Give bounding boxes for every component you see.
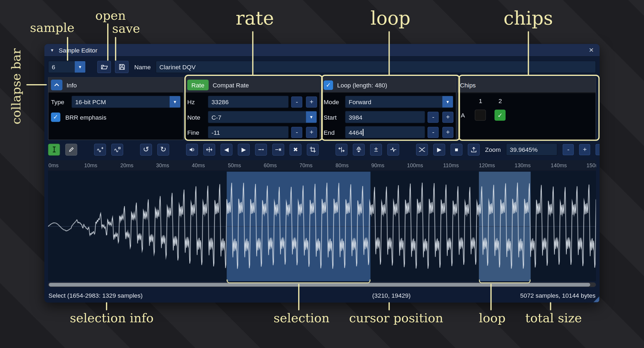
- type-label: Type: [51, 98, 71, 105]
- edit-mode-select-button[interactable]: [48, 143, 60, 155]
- loop-mode-dropdown[interactable]: Forward ▼: [345, 96, 453, 108]
- window-collapse-icon[interactable]: ▼: [50, 48, 54, 52]
- delete-x-icon: ✖: [293, 146, 298, 153]
- info-panel-title: Info: [67, 81, 77, 88]
- annotation-open: open: [95, 8, 126, 22]
- zoom-input[interactable]: 39.9645%: [506, 143, 558, 156]
- create-instrument-button[interactable]: [468, 143, 480, 155]
- scrollbar-thumb[interactable]: [49, 283, 590, 287]
- play-icon: ▶: [437, 146, 441, 153]
- chips-column-1: 1: [476, 97, 485, 104]
- annotation-loop: loop: [371, 7, 411, 29]
- crossfade-loop-button[interactable]: [416, 143, 428, 155]
- note-dropdown[interactable]: C-7 ▼: [208, 111, 317, 123]
- speaker-icon: [188, 146, 195, 153]
- zoom-in-button[interactable]: +: [579, 144, 590, 155]
- zoom-out-button[interactable]: -: [563, 144, 574, 155]
- ruler-tick: 110ms: [443, 162, 459, 168]
- annotation-save: save: [112, 21, 140, 36]
- window-title: Sample Editor: [59, 47, 584, 54]
- trim-button[interactable]: [307, 143, 319, 155]
- time-ruler[interactable]: 0ms 10ms 20ms 30ms 40ms 50ms 60ms 70ms 8…: [48, 160, 596, 171]
- loop-start-label: Start: [324, 114, 345, 121]
- insert-silence-button[interactable]: [255, 143, 267, 155]
- sample-toolbar: ↺ ↻ ◀ ▶: [48, 143, 596, 156]
- check-icon: ✓: [498, 111, 503, 119]
- resample-wave-icon: [97, 146, 104, 153]
- fine-input[interactable]: -11: [208, 126, 289, 139]
- ibeam-cursor-icon: [51, 146, 57, 153]
- reverse-button[interactable]: [336, 143, 348, 155]
- loop-start-input[interactable]: 3984: [345, 111, 425, 123]
- apply-silence-button[interactable]: [272, 143, 284, 155]
- undo-button[interactable]: ↺: [140, 143, 152, 155]
- loop-end-input[interactable]: 4464: [345, 126, 425, 139]
- loop-enable-checkbox[interactable]: ✓: [324, 80, 333, 90]
- chip-a-2-checkbox[interactable]: ✓: [495, 110, 506, 121]
- fine-plus-button[interactable]: +: [306, 127, 317, 138]
- brr-emphasis-checkbox[interactable]: ✓: [51, 112, 60, 122]
- open-button[interactable]: [97, 61, 111, 73]
- chips-panel: Chips 1 2 A ✓: [457, 77, 596, 140]
- ruler-tick: 150ms: [587, 162, 596, 168]
- stop-preview-button[interactable]: ■: [450, 143, 462, 155]
- annotation-chips: chips: [504, 7, 553, 29]
- invert-button[interactable]: [353, 143, 365, 155]
- loop-panel-title: Loop (length: 480): [337, 81, 387, 88]
- save-button[interactable]: [115, 61, 129, 73]
- sample-number-value: 6: [48, 63, 75, 70]
- rate-panel: Rate Compat Rate Hz 33286 - + Note: [184, 77, 320, 140]
- plus-minus-icon: ±: [374, 145, 378, 153]
- ruler-tick: 130ms: [515, 162, 531, 168]
- selection-info-text: Select (1654-2983: 1329 samples): [48, 292, 143, 299]
- hz-plus-button[interactable]: +: [306, 96, 317, 107]
- annotation-line-loop: [388, 31, 390, 75]
- type-dropdown[interactable]: 16-bit PCM ▼: [71, 96, 181, 108]
- preview-button[interactable]: ▶: [433, 143, 445, 155]
- rate-mode-label: Rate: [191, 81, 204, 88]
- chevron-down-icon[interactable]: ▼: [442, 96, 453, 107]
- ruler-tick: 20ms: [120, 162, 133, 168]
- loop-end-minus-button[interactable]: -: [428, 127, 439, 138]
- delete-button[interactable]: ✖: [290, 143, 302, 155]
- chip-a-1-checkbox[interactable]: [475, 110, 486, 121]
- redo-button[interactable]: ↻: [157, 143, 169, 155]
- hz-input[interactable]: 33286: [208, 96, 289, 108]
- chevron-down-icon[interactable]: ▼: [306, 111, 316, 123]
- normalize-button[interactable]: [203, 143, 215, 155]
- loop-end-label: End: [324, 129, 345, 136]
- fade-out-button[interactable]: ▶: [238, 143, 250, 155]
- sample-number-dropdown[interactable]: 6 ▼: [48, 61, 86, 73]
- chips-panel-title: Chips: [460, 81, 476, 88]
- fade-in-button[interactable]: ◀: [221, 143, 233, 155]
- annotation-line-cursor-position: [388, 302, 390, 310]
- collapse-panel-button[interactable]: [51, 80, 62, 90]
- stop-icon: ■: [455, 146, 458, 153]
- annotation-line-collapse-bar: [26, 84, 47, 85]
- zoom-reset-button[interactable]: 100%: [596, 144, 600, 155]
- loop-start-plus-button[interactable]: +: [442, 111, 453, 123]
- fine-minus-button[interactable]: -: [291, 127, 302, 138]
- titlebar[interactable]: ▼ Sample Editor ✕: [44, 44, 600, 57]
- waveform-display[interactable]: [48, 172, 596, 281]
- resample-button[interactable]: [94, 143, 106, 155]
- loop-start-minus-button[interactable]: -: [428, 111, 439, 123]
- hz-minus-button[interactable]: -: [291, 96, 302, 107]
- waveform-canvas[interactable]: [48, 172, 596, 281]
- close-icon[interactable]: ✕: [589, 46, 594, 54]
- rate-mode-button[interactable]: Rate: [187, 80, 208, 90]
- ruler-tick: 40ms: [192, 162, 205, 168]
- apply-filter-button[interactable]: [387, 143, 399, 155]
- name-input[interactable]: Clarinet DQV: [156, 61, 596, 73]
- signed-unsigned-button[interactable]: ±: [370, 143, 382, 155]
- amplify-button[interactable]: [186, 143, 198, 155]
- annotation-line-loop-bottom: [491, 284, 492, 310]
- edit-mode-draw-button[interactable]: [65, 143, 77, 155]
- chevron-down-icon[interactable]: ▼: [75, 61, 85, 73]
- chevron-down-icon[interactable]: ▼: [170, 96, 180, 107]
- create-wavetable-button[interactable]: [111, 143, 123, 155]
- annotation-line-total-size: [550, 302, 551, 310]
- panels-row: Info Type 16-bit PCM ▼ ✓ BRR emphasis: [48, 77, 596, 140]
- loop-end-plus-button[interactable]: +: [442, 127, 453, 138]
- resize-grip[interactable]: [593, 296, 599, 302]
